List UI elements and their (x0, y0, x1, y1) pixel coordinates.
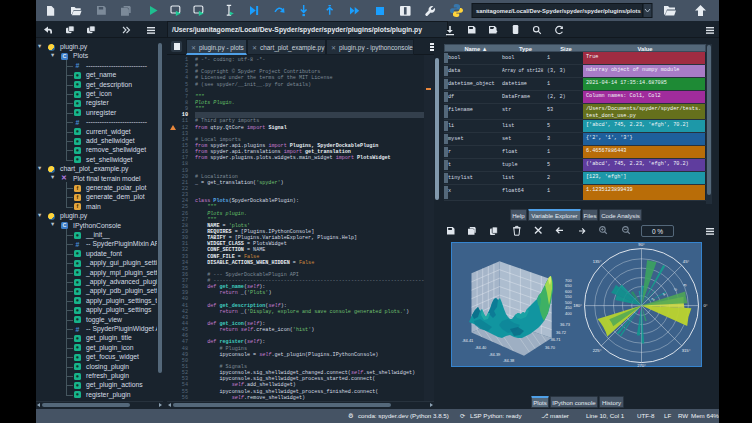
svg-text:0°: 0° (703, 303, 707, 308)
svg-text:8: 8 (682, 282, 688, 287)
svg-text:sanitagomez/Local/Dev-Spyder/s: sanitagomez/Local/Dev-Spyder/spyder/spyd… (476, 8, 641, 14)
svg-text:315°: 315° (682, 348, 691, 353)
svg-text:-84.38: -84.38 (503, 358, 515, 363)
svg-text:90°: 90° (638, 242, 645, 247)
svg-text:135°: 135° (593, 259, 602, 264)
svg-text:450: 450 (565, 305, 572, 310)
svg-text:45°: 45° (683, 259, 690, 264)
svg-text:-84.41: -84.41 (462, 338, 474, 343)
svg-text:36.72: 36.72 (556, 330, 567, 335)
svg-text:400: 400 (565, 311, 572, 316)
svg-text:650: 650 (565, 283, 572, 288)
svg-text:6: 6 (673, 287, 679, 292)
svg-text:600: 600 (565, 289, 572, 294)
svg-text:36.70: 36.70 (545, 345, 556, 350)
svg-text:270°: 270° (637, 363, 646, 368)
svg-text:180°: 180° (573, 303, 582, 308)
svg-text:700: 700 (565, 278, 572, 283)
svg-text:36.71: 36.71 (551, 337, 562, 342)
svg-text:36.73: 36.73 (560, 322, 571, 327)
svg-text:500: 500 (565, 300, 572, 305)
svg-text:-84.40: -84.40 (475, 345, 487, 350)
svg-text:-84.39: -84.39 (489, 352, 501, 357)
svg-text:550: 550 (565, 294, 572, 299)
svg-text:225°: 225° (593, 348, 602, 353)
svg-text:2: 2 (650, 297, 656, 302)
